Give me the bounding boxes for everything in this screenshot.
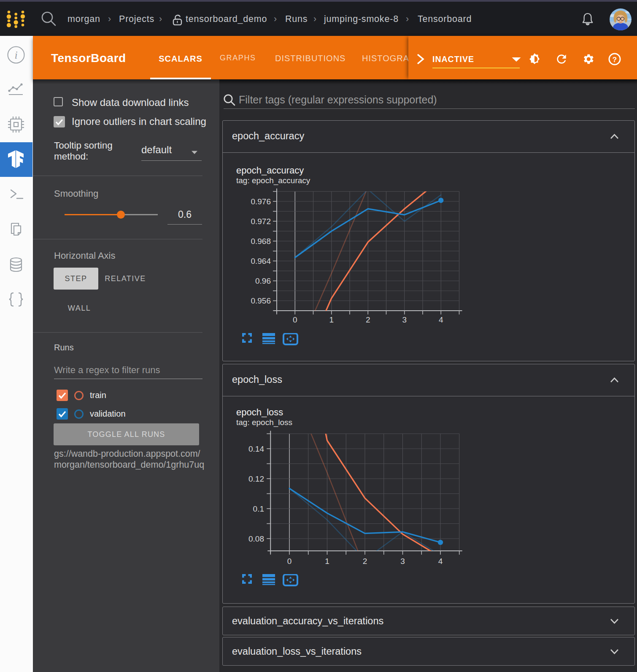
svg-text:0.1: 0.1 [253,504,264,513]
svg-text:3: 3 [402,315,407,324]
svg-text:?: ? [613,56,617,64]
svg-text:0.972: 0.972 [251,217,271,226]
svg-text:0: 0 [293,315,297,324]
svg-text:i: i [14,49,17,61]
svg-text:0.14: 0.14 [248,444,264,453]
svg-text:0.976: 0.976 [251,197,271,206]
svg-text:4: 4 [438,557,443,566]
svg-text:1: 1 [325,557,329,566]
svg-text:4: 4 [439,315,443,324]
svg-text:2: 2 [363,557,367,566]
svg-text:0.964: 0.964 [251,257,271,266]
svg-text:1: 1 [329,315,334,324]
svg-text:0.08: 0.08 [248,534,264,543]
svg-text:0: 0 [287,557,292,566]
svg-text:0.968: 0.968 [251,237,271,246]
svg-text:0.956: 0.956 [251,296,271,305]
svg-text:0.96: 0.96 [255,276,271,285]
svg-text:3: 3 [400,557,405,566]
svg-text:0.12: 0.12 [248,474,264,483]
svg-text:2: 2 [366,315,370,324]
